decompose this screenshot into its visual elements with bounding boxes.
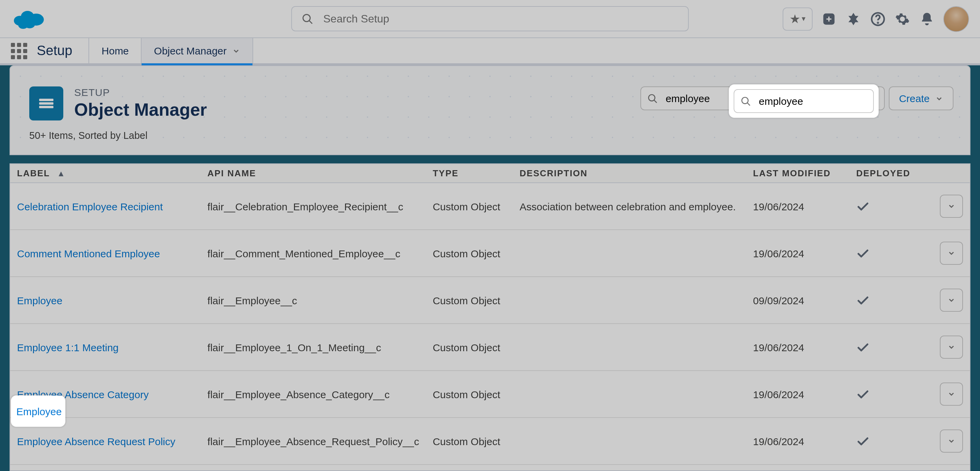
- col-header-actions: [933, 164, 970, 183]
- deployed-cell: [850, 277, 933, 324]
- type-cell: Custom Object: [426, 418, 513, 465]
- check-icon: [856, 341, 926, 354]
- global-actions-button[interactable]: [821, 11, 837, 27]
- col-header-description[interactable]: DESCRIPTION: [513, 164, 746, 183]
- table-row: Employeeflair__Employee__cCustom Object0…: [10, 277, 970, 324]
- chevron-down-icon: ▾: [802, 14, 806, 23]
- waffle-icon: [11, 43, 27, 59]
- page-header-subtitle: 50+ Items, Sorted by Label: [29, 130, 951, 141]
- nav-bar: Setup Home Object Manager: [0, 38, 980, 65]
- svg-line-14: [654, 100, 657, 102]
- quick-find-input-highlighted[interactable]: [733, 89, 874, 113]
- last-modified-cell: 19/06/2024: [746, 371, 850, 418]
- row-actions-button[interactable]: [940, 336, 963, 359]
- svg-point-15: [742, 97, 748, 103]
- deployed-cell: [850, 465, 933, 470]
- api-name-cell: flair__Employee_1_On_1_Meeting__c: [201, 324, 426, 371]
- deployed-cell: [850, 418, 933, 465]
- app-launcher[interactable]: [10, 38, 29, 63]
- search-icon: [301, 13, 314, 25]
- nav-item-object-manager[interactable]: Object Manager: [141, 38, 253, 63]
- star-icon: ★: [789, 11, 800, 26]
- svg-rect-10: [39, 99, 53, 101]
- type-cell: Custom Object: [426, 465, 513, 470]
- col-header-api-name[interactable]: API NAME: [201, 164, 426, 183]
- notifications-button[interactable]: [919, 11, 935, 27]
- check-icon: [856, 199, 926, 213]
- nav-item-label: Object Manager: [154, 45, 227, 56]
- last-modified-cell: 19/06/2024: [746, 324, 850, 371]
- object-label-link[interactable]: Employee Absence Request Policy: [17, 435, 175, 447]
- help-button[interactable]: [870, 11, 886, 27]
- last-modified-cell: 19/06/2024: [746, 418, 850, 465]
- nav-item-home[interactable]: Home: [89, 38, 141, 63]
- svg-point-4: [18, 21, 28, 28]
- highlight-quick-find: [729, 84, 878, 118]
- last-modified-cell: 19/06/2024: [746, 183, 850, 230]
- table-scroll[interactable]: LABEL ▲ API NAME TYPE DESCRIPTION LAST M…: [10, 164, 970, 470]
- create-button[interactable]: Create: [889, 86, 953, 110]
- col-header-last-modified[interactable]: LAST MODIFIED: [746, 164, 850, 183]
- object-label-link[interactable]: Celebration Employee Recipient: [17, 200, 163, 212]
- row-actions-button[interactable]: [940, 289, 963, 312]
- type-cell: Custom Object: [426, 183, 513, 230]
- svg-rect-12: [39, 106, 53, 108]
- svg-point-5: [303, 14, 310, 21]
- table-row: Celebration Employee Recipientflair__Cel…: [10, 183, 970, 230]
- description-cell: [513, 371, 746, 418]
- col-header-label[interactable]: LABEL ▲: [10, 164, 201, 183]
- api-name-cell: flair__Employee_Accrual_Policy__c: [201, 465, 426, 470]
- row-actions-button[interactable]: [940, 195, 963, 218]
- page-title: Object Manager: [74, 99, 207, 121]
- app-name: Setup: [37, 38, 89, 63]
- api-name-cell: flair__Celebration_Employee_Recipient__c: [201, 183, 426, 230]
- row-actions-button[interactable]: [940, 242, 963, 265]
- object-table: LABEL ▲ API NAME TYPE DESCRIPTION LAST M…: [10, 163, 970, 471]
- description-cell: Association between celebration and empl…: [513, 183, 746, 230]
- salesforce-logo: [12, 7, 45, 30]
- row-actions-button[interactable]: [940, 430, 963, 453]
- description-cell: [513, 230, 746, 277]
- type-cell: Custom Object: [426, 277, 513, 324]
- deployed-cell: [850, 371, 933, 418]
- col-header-text: LABEL: [17, 168, 50, 178]
- type-cell: Custom Object: [426, 324, 513, 371]
- object-label-link[interactable]: Employee 1:1 Meeting: [17, 341, 119, 353]
- guidance-center-button[interactable]: [845, 11, 862, 27]
- row-actions-button[interactable]: [940, 382, 963, 406]
- highlight-employee-row: Employee: [11, 395, 65, 427]
- create-button-label: Create: [899, 92, 930, 104]
- svg-line-6: [309, 21, 312, 24]
- object-manager-icon: [29, 86, 63, 121]
- description-cell: [513, 324, 746, 371]
- svg-line-16: [747, 102, 750, 105]
- last-modified-cell: 19/06/2024: [746, 465, 850, 470]
- api-name-cell: flair__Employee_Absence_Category__c: [201, 371, 426, 418]
- type-cell: Custom Object: [426, 371, 513, 418]
- table-row: Employee 1:1 Meetingflair__Employee_1_On…: [10, 324, 970, 371]
- nav-item-label: Home: [102, 45, 129, 56]
- check-icon: [856, 434, 926, 448]
- sort-asc-icon: ▲: [57, 169, 66, 178]
- employee-link-highlighted[interactable]: Employee: [16, 405, 62, 417]
- object-label-link[interactable]: Employee: [17, 294, 62, 306]
- description-cell: [513, 418, 746, 465]
- deployed-cell: [850, 324, 933, 371]
- breadcrumb: SETUP: [74, 86, 207, 98]
- last-modified-cell: 09/09/2024: [746, 277, 850, 324]
- global-search[interactable]: [291, 6, 689, 31]
- setup-gear-button[interactable]: [894, 11, 911, 27]
- check-icon: [856, 293, 926, 307]
- col-header-deployed[interactable]: DEPLOYED: [850, 164, 933, 183]
- deployed-cell: [850, 183, 933, 230]
- col-header-type[interactable]: TYPE: [426, 164, 513, 183]
- table-row: Comment Mentioned Employeeflair__Comment…: [10, 230, 970, 277]
- object-label-link[interactable]: Comment Mentioned Employee: [17, 247, 160, 259]
- type-cell: Custom Object: [426, 230, 513, 277]
- user-avatar[interactable]: [943, 6, 969, 32]
- header-utilities: ★ ▾: [783, 6, 969, 32]
- global-search-input[interactable]: [323, 13, 679, 25]
- table-row: Employee Absence Categoryflair__Employee…: [10, 371, 970, 418]
- favorites-button[interactable]: ★ ▾: [783, 7, 813, 30]
- check-icon: [856, 247, 926, 260]
